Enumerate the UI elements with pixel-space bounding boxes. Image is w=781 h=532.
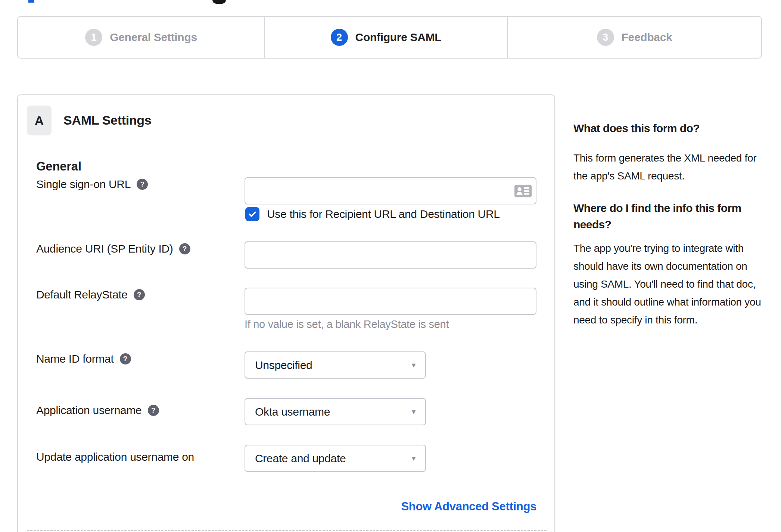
application-username-help-icon[interactable]: ? xyxy=(148,405,159,416)
help-answer-where: The app you're trying to integrate with … xyxy=(573,240,771,329)
section-heading-general: General xyxy=(36,159,81,173)
audience-uri-input[interactable] xyxy=(245,241,536,269)
audience-uri-help-icon[interactable]: ? xyxy=(179,243,190,254)
field-label-text: Update application username on xyxy=(36,451,194,463)
step-label: Feedback xyxy=(622,31,672,44)
section-a-badge: A xyxy=(27,106,52,135)
help-answer-what: This form generates the XML needed for t… xyxy=(573,149,771,185)
select-value: Okta username xyxy=(245,406,330,418)
step-number-badge: 2 xyxy=(331,29,348,46)
configure-saml-page: 1 General Settings 2 Configure SAML 3 Fe… xyxy=(0,0,781,532)
chevron-down-icon: ▼ xyxy=(410,361,417,369)
step-feedback[interactable]: 3 Feedback xyxy=(508,17,761,58)
recipient-url-checkbox-row: Use this for Recipient URL and Destinati… xyxy=(245,207,500,221)
field-label-text: Audience URI (SP Entity ID) xyxy=(36,242,173,255)
update-application-username-label: Update application username on xyxy=(36,451,194,463)
update-application-username-select[interactable]: Create and update ▼ xyxy=(245,445,426,472)
field-label-text: Single sign-on URL xyxy=(36,178,131,191)
cutoff-header-fragment-dark xyxy=(212,0,226,4)
help-panel: What does this form do? This form genera… xyxy=(573,120,771,329)
single-sign-on-url-label: Single sign-on URL ? xyxy=(36,178,148,191)
select-value: Unspecified xyxy=(245,359,312,372)
field-label-text: Default RelayState xyxy=(36,288,128,301)
field-label-text: Application username xyxy=(36,404,142,417)
default-relaystate-help-icon[interactable]: ? xyxy=(134,289,145,300)
step-configure-saml[interactable]: 2 Configure SAML xyxy=(264,17,508,58)
application-username-select[interactable]: Okta username ▼ xyxy=(245,398,426,425)
advanced-settings-row: Show Advanced Settings xyxy=(245,500,536,513)
relaystate-hint: If no value is set, a blank RelayState i… xyxy=(245,318,449,331)
step-number-badge: 1 xyxy=(85,29,102,46)
step-label: Configure SAML xyxy=(355,31,442,44)
chevron-down-icon: ▼ xyxy=(410,454,417,462)
name-id-format-help-icon[interactable]: ? xyxy=(120,353,131,364)
name-id-format-select[interactable]: Unspecified ▼ xyxy=(245,351,426,379)
field-label-text: Name ID format xyxy=(36,353,114,365)
wizard-stepper: 1 General Settings 2 Configure SAML 3 Fe… xyxy=(17,16,762,59)
single-sign-on-url-input[interactable] xyxy=(245,177,536,204)
saml-settings-panel: A SAML Settings General Single sign-on U… xyxy=(17,94,555,532)
step-number-badge: 3 xyxy=(597,29,614,46)
default-relaystate-label: Default RelayState ? xyxy=(36,288,145,301)
show-advanced-settings-link[interactable]: Show Advanced Settings xyxy=(401,500,536,513)
recipient-url-checkbox[interactable] xyxy=(245,207,259,221)
single-sign-on-url-help-icon[interactable]: ? xyxy=(137,179,148,190)
cutoff-header-fragment-blue xyxy=(28,0,34,3)
recipient-url-checkbox-label: Use this for Recipient URL and Destinati… xyxy=(267,208,500,220)
panel-title: SAML Settings xyxy=(63,113,151,128)
dashed-divider xyxy=(27,530,547,531)
checkmark-icon xyxy=(248,209,257,219)
default-relaystate-input[interactable] xyxy=(245,288,536,315)
chevron-down-icon: ▼ xyxy=(410,408,417,416)
step-label: General Settings xyxy=(110,31,197,44)
name-id-format-label: Name ID format ? xyxy=(36,353,131,365)
step-general-settings[interactable]: 1 General Settings xyxy=(18,17,264,58)
select-value: Create and update xyxy=(245,452,346,465)
audience-uri-label: Audience URI (SP Entity ID) ? xyxy=(36,242,190,255)
help-question-what: What does this form do? xyxy=(573,120,771,137)
application-username-label: Application username ? xyxy=(36,404,159,417)
help-question-where: Where do I find the info this form needs… xyxy=(573,200,771,233)
